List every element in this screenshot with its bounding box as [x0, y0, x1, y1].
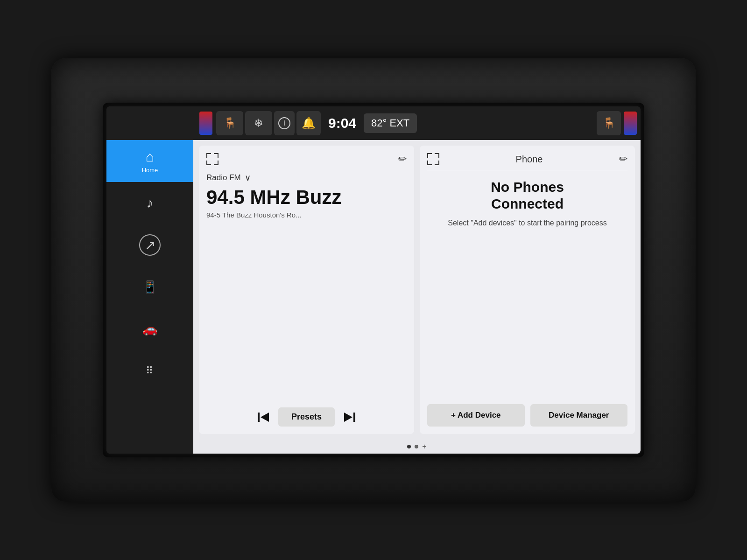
seat-fan-button[interactable]: ❄ — [245, 111, 272, 135]
sidebar-item-apps[interactable]: ⠿ — [106, 350, 193, 392]
main-area: ⌂ Home ♪ ↗ 📱 🚗 ⠿ — [106, 140, 641, 454]
pagination: + — [193, 440, 641, 454]
sidebar-item-home[interactable]: ⌂ Home — [106, 140, 193, 182]
screen-bezel: 🪑 ❄ i 🔔 9:04 82° EXT 🪑 — [103, 103, 644, 457]
widgets-area: ✏ Radio FM ∨ 94.5 MHz Buzz 94-5 The Buzz… — [193, 140, 641, 440]
page-dot-1[interactable] — [407, 445, 411, 448]
add-device-button[interactable]: + Add Device — [427, 404, 525, 427]
svg-rect-2 — [353, 413, 355, 422]
add-page-button[interactable]: + — [422, 443, 426, 450]
info-icon: i — [278, 117, 290, 129]
content-area: ✏ Radio FM ∨ 94.5 MHz Buzz 94-5 The Buzz… — [193, 140, 641, 454]
music-icon: ♪ — [147, 195, 154, 211]
seat-heat-icon: 🪑 — [224, 117, 236, 129]
page-dot-2[interactable] — [415, 445, 418, 448]
time-display: 9:04 — [323, 115, 362, 131]
no-phones-description: Select "Add devices" to start the pairin… — [427, 218, 627, 228]
status-controls: 🪑 ❄ i 🔔 9:04 82° EXT — [199, 111, 594, 135]
phone-actions: + Add Device Device Manager — [427, 404, 627, 427]
sidebar-item-phone[interactable]: 📱 — [106, 266, 193, 308]
screen: 🪑 ❄ i 🔔 9:04 82° EXT 🪑 — [106, 106, 641, 454]
sidebar: ⌂ Home ♪ ↗ 📱 🚗 ⠿ — [106, 140, 193, 454]
phone-widget: Phone ✏ No PhonesConnected Select "Add d… — [420, 146, 635, 434]
svg-rect-0 — [258, 413, 260, 422]
sidebar-item-media[interactable]: ♪ — [106, 182, 193, 224]
radio-widget: ✏ Radio FM ∨ 94.5 MHz Buzz 94-5 The Buzz… — [199, 146, 414, 434]
next-track-button[interactable] — [342, 410, 357, 425]
status-right: 🪑 — [597, 111, 637, 135]
radio-source-selector[interactable]: Radio FM ∨ — [206, 173, 407, 183]
apps-icon: ⠿ — [146, 365, 154, 377]
prev-track-button[interactable] — [256, 410, 271, 425]
radio-source-label: Radio FM — [206, 173, 241, 182]
temp-display: 82° EXT — [364, 113, 417, 133]
seat-heat-button[interactable]: 🪑 — [216, 111, 243, 135]
nav-icon: ↗ — [139, 234, 161, 256]
status-bar: 🪑 ❄ i 🔔 9:04 82° EXT 🪑 — [106, 106, 641, 140]
presets-button[interactable]: Presets — [278, 407, 335, 427]
svg-marker-3 — [344, 413, 352, 422]
station-name: 94.5 MHz Buzz — [206, 187, 407, 208]
sidebar-home-label: Home — [142, 167, 158, 174]
chevron-down-icon: ∨ — [245, 173, 251, 183]
vehicle-icon: 🚗 — [142, 322, 157, 336]
radio-controls: Presets — [206, 407, 407, 427]
radio-edit-icon[interactable]: ✏ — [398, 153, 407, 165]
phone-widget-title: Phone — [516, 154, 543, 165]
car-frame: 🪑 ❄ i 🔔 9:04 82° EXT 🪑 — [51, 58, 696, 502]
temp-bar-left-icon — [199, 112, 212, 135]
device-manager-button[interactable]: Device Manager — [530, 404, 628, 427]
bell-icon: 🔔 — [302, 117, 316, 130]
temp-bar-right-icon — [624, 112, 637, 135]
no-phones-title: No PhonesConnected — [427, 179, 627, 212]
info-button[interactable]: i — [274, 111, 295, 135]
sidebar-item-nav[interactable]: ↗ — [106, 224, 193, 266]
station-description: 94-5 The Buzz Houston's Ro... — [206, 211, 407, 219]
sidebar-item-vehicle[interactable]: 🚗 — [106, 308, 193, 350]
phone-icon: 📱 — [142, 280, 157, 294]
svg-marker-1 — [261, 413, 269, 422]
phone-edit-icon[interactable]: ✏ — [619, 153, 627, 165]
radio-widget-header: ✏ — [206, 153, 407, 165]
expand-icon[interactable] — [206, 153, 218, 165]
seat-right-icon: 🪑 — [603, 117, 615, 129]
home-icon: ⌂ — [146, 149, 154, 165]
fan-icon: ❄ — [254, 117, 263, 130]
seat-right-button[interactable]: 🪑 — [597, 111, 621, 135]
notification-button[interactable]: 🔔 — [296, 111, 321, 135]
phone-widget-header: Phone ✏ — [427, 153, 627, 171]
phone-expand-icon[interactable] — [427, 153, 439, 165]
